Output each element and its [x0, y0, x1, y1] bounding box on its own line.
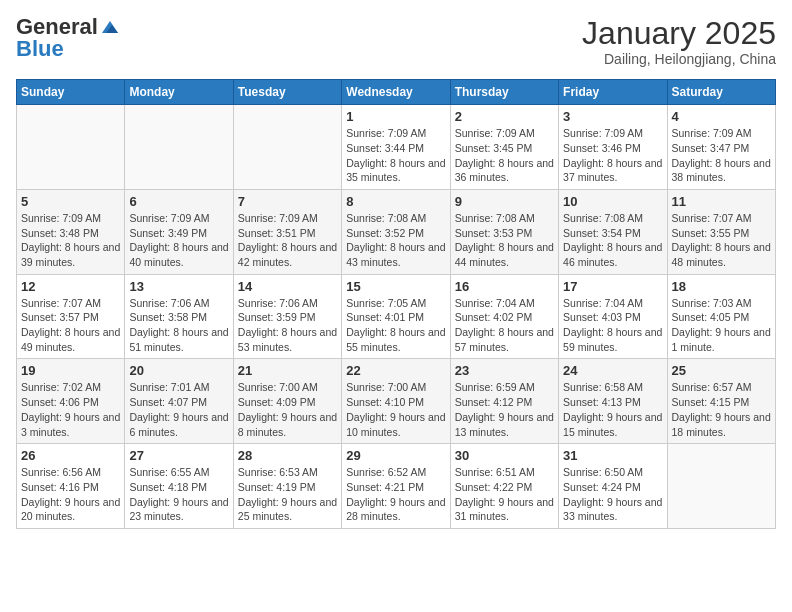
day-info: Sunrise: 7:00 AM Sunset: 4:09 PM Dayligh…: [238, 380, 337, 439]
day-number: 27: [129, 448, 228, 463]
calendar-cell: 12Sunrise: 7:07 AM Sunset: 3:57 PM Dayli…: [17, 274, 125, 359]
day-number: 15: [346, 279, 445, 294]
weekday-header: Wednesday: [342, 80, 450, 105]
day-number: 31: [563, 448, 662, 463]
page: General Blue January 2025 Dailing, Heilo…: [0, 0, 792, 612]
day-number: 14: [238, 279, 337, 294]
day-number: 10: [563, 194, 662, 209]
logo-icon: [100, 17, 120, 37]
day-info: Sunrise: 7:07 AM Sunset: 3:57 PM Dayligh…: [21, 296, 120, 355]
day-number: 12: [21, 279, 120, 294]
location: Dailing, Heilongjiang, China: [582, 51, 776, 67]
calendar-cell: [17, 105, 125, 190]
day-number: 18: [672, 279, 771, 294]
day-number: 28: [238, 448, 337, 463]
calendar-cell: 24Sunrise: 6:58 AM Sunset: 4:13 PM Dayli…: [559, 359, 667, 444]
day-number: 4: [672, 109, 771, 124]
day-info: Sunrise: 6:52 AM Sunset: 4:21 PM Dayligh…: [346, 465, 445, 524]
day-number: 5: [21, 194, 120, 209]
calendar: SundayMondayTuesdayWednesdayThursdayFrid…: [16, 79, 776, 529]
calendar-cell: 4Sunrise: 7:09 AM Sunset: 3:47 PM Daylig…: [667, 105, 775, 190]
calendar-cell: 6Sunrise: 7:09 AM Sunset: 3:49 PM Daylig…: [125, 189, 233, 274]
calendar-cell: 18Sunrise: 7:03 AM Sunset: 4:05 PM Dayli…: [667, 274, 775, 359]
day-number: 11: [672, 194, 771, 209]
day-info: Sunrise: 7:04 AM Sunset: 4:02 PM Dayligh…: [455, 296, 554, 355]
day-info: Sunrise: 7:07 AM Sunset: 3:55 PM Dayligh…: [672, 211, 771, 270]
calendar-cell: 2Sunrise: 7:09 AM Sunset: 3:45 PM Daylig…: [450, 105, 558, 190]
day-info: Sunrise: 6:55 AM Sunset: 4:18 PM Dayligh…: [129, 465, 228, 524]
week-row: 5Sunrise: 7:09 AM Sunset: 3:48 PM Daylig…: [17, 189, 776, 274]
day-number: 9: [455, 194, 554, 209]
logo-blue: Blue: [16, 38, 64, 60]
calendar-cell: 1Sunrise: 7:09 AM Sunset: 3:44 PM Daylig…: [342, 105, 450, 190]
logo: General Blue: [16, 16, 120, 60]
day-number: 19: [21, 363, 120, 378]
day-info: Sunrise: 7:04 AM Sunset: 4:03 PM Dayligh…: [563, 296, 662, 355]
day-number: 7: [238, 194, 337, 209]
week-row: 19Sunrise: 7:02 AM Sunset: 4:06 PM Dayli…: [17, 359, 776, 444]
day-info: Sunrise: 6:51 AM Sunset: 4:22 PM Dayligh…: [455, 465, 554, 524]
day-number: 30: [455, 448, 554, 463]
calendar-cell: 31Sunrise: 6:50 AM Sunset: 4:24 PM Dayli…: [559, 444, 667, 529]
calendar-cell: 13Sunrise: 7:06 AM Sunset: 3:58 PM Dayli…: [125, 274, 233, 359]
calendar-cell: 3Sunrise: 7:09 AM Sunset: 3:46 PM Daylig…: [559, 105, 667, 190]
day-number: 29: [346, 448, 445, 463]
day-number: 21: [238, 363, 337, 378]
weekday-header: Saturday: [667, 80, 775, 105]
calendar-cell: 20Sunrise: 7:01 AM Sunset: 4:07 PM Dayli…: [125, 359, 233, 444]
month-title: January 2025: [582, 16, 776, 51]
day-info: Sunrise: 7:09 AM Sunset: 3:49 PM Dayligh…: [129, 211, 228, 270]
day-info: Sunrise: 7:05 AM Sunset: 4:01 PM Dayligh…: [346, 296, 445, 355]
day-info: Sunrise: 6:53 AM Sunset: 4:19 PM Dayligh…: [238, 465, 337, 524]
calendar-cell: 14Sunrise: 7:06 AM Sunset: 3:59 PM Dayli…: [233, 274, 341, 359]
day-info: Sunrise: 6:56 AM Sunset: 4:16 PM Dayligh…: [21, 465, 120, 524]
day-info: Sunrise: 7:06 AM Sunset: 3:59 PM Dayligh…: [238, 296, 337, 355]
day-number: 8: [346, 194, 445, 209]
day-info: Sunrise: 7:01 AM Sunset: 4:07 PM Dayligh…: [129, 380, 228, 439]
day-number: 24: [563, 363, 662, 378]
day-number: 20: [129, 363, 228, 378]
day-info: Sunrise: 6:50 AM Sunset: 4:24 PM Dayligh…: [563, 465, 662, 524]
day-info: Sunrise: 7:00 AM Sunset: 4:10 PM Dayligh…: [346, 380, 445, 439]
day-info: Sunrise: 7:06 AM Sunset: 3:58 PM Dayligh…: [129, 296, 228, 355]
weekday-header-row: SundayMondayTuesdayWednesdayThursdayFrid…: [17, 80, 776, 105]
day-info: Sunrise: 7:09 AM Sunset: 3:44 PM Dayligh…: [346, 126, 445, 185]
day-number: 6: [129, 194, 228, 209]
calendar-cell: 30Sunrise: 6:51 AM Sunset: 4:22 PM Dayli…: [450, 444, 558, 529]
calendar-cell: 27Sunrise: 6:55 AM Sunset: 4:18 PM Dayli…: [125, 444, 233, 529]
week-row: 26Sunrise: 6:56 AM Sunset: 4:16 PM Dayli…: [17, 444, 776, 529]
day-number: 25: [672, 363, 771, 378]
day-info: Sunrise: 7:09 AM Sunset: 3:51 PM Dayligh…: [238, 211, 337, 270]
weekday-header: Monday: [125, 80, 233, 105]
logo-text: General: [16, 16, 120, 38]
day-info: Sunrise: 6:57 AM Sunset: 4:15 PM Dayligh…: [672, 380, 771, 439]
day-number: 16: [455, 279, 554, 294]
day-info: Sunrise: 7:02 AM Sunset: 4:06 PM Dayligh…: [21, 380, 120, 439]
calendar-cell: 10Sunrise: 7:08 AM Sunset: 3:54 PM Dayli…: [559, 189, 667, 274]
day-number: 17: [563, 279, 662, 294]
calendar-cell: 28Sunrise: 6:53 AM Sunset: 4:19 PM Dayli…: [233, 444, 341, 529]
calendar-cell: [233, 105, 341, 190]
weekday-header: Thursday: [450, 80, 558, 105]
day-info: Sunrise: 7:09 AM Sunset: 3:47 PM Dayligh…: [672, 126, 771, 185]
calendar-cell: 9Sunrise: 7:08 AM Sunset: 3:53 PM Daylig…: [450, 189, 558, 274]
day-info: Sunrise: 7:09 AM Sunset: 3:48 PM Dayligh…: [21, 211, 120, 270]
calendar-cell: 22Sunrise: 7:00 AM Sunset: 4:10 PM Dayli…: [342, 359, 450, 444]
calendar-cell: 17Sunrise: 7:04 AM Sunset: 4:03 PM Dayli…: [559, 274, 667, 359]
calendar-cell: 7Sunrise: 7:09 AM Sunset: 3:51 PM Daylig…: [233, 189, 341, 274]
day-info: Sunrise: 7:08 AM Sunset: 3:52 PM Dayligh…: [346, 211, 445, 270]
day-number: 2: [455, 109, 554, 124]
day-info: Sunrise: 7:09 AM Sunset: 3:46 PM Dayligh…: [563, 126, 662, 185]
calendar-cell: [667, 444, 775, 529]
header: General Blue January 2025 Dailing, Heilo…: [16, 16, 776, 67]
weekday-header: Tuesday: [233, 80, 341, 105]
calendar-cell: 19Sunrise: 7:02 AM Sunset: 4:06 PM Dayli…: [17, 359, 125, 444]
day-info: Sunrise: 7:03 AM Sunset: 4:05 PM Dayligh…: [672, 296, 771, 355]
week-row: 1Sunrise: 7:09 AM Sunset: 3:44 PM Daylig…: [17, 105, 776, 190]
calendar-cell: 29Sunrise: 6:52 AM Sunset: 4:21 PM Dayli…: [342, 444, 450, 529]
day-number: 22: [346, 363, 445, 378]
day-number: 26: [21, 448, 120, 463]
calendar-cell: 26Sunrise: 6:56 AM Sunset: 4:16 PM Dayli…: [17, 444, 125, 529]
calendar-cell: 25Sunrise: 6:57 AM Sunset: 4:15 PM Dayli…: [667, 359, 775, 444]
day-number: 13: [129, 279, 228, 294]
